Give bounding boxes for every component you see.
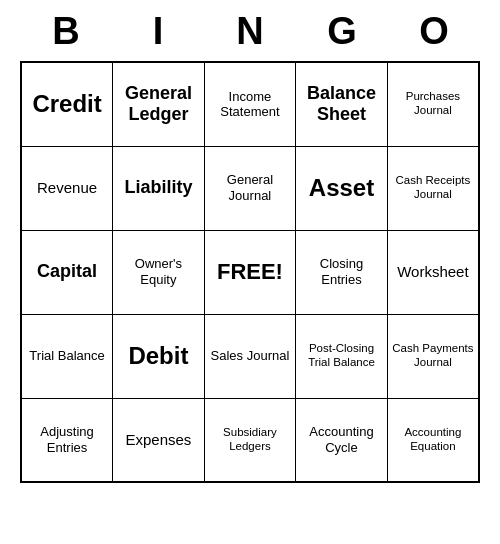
cell-r0-c2: Income Statement (204, 62, 296, 146)
cell-r0-c0: Credit (21, 62, 113, 146)
letter-g: G (302, 10, 382, 53)
cell-r4-c0: Adjusting Entries (21, 398, 113, 482)
cell-r2-c1: Owner's Equity (113, 230, 205, 314)
letter-n: N (210, 10, 290, 53)
cell-r0-c3: Balance Sheet (296, 62, 388, 146)
cell-r1-c2: General Journal (204, 146, 296, 230)
cell-r0-c4: Purchases Journal (387, 62, 479, 146)
bingo-title: B I N G O (20, 0, 480, 61)
cell-r3-c2: Sales Journal (204, 314, 296, 398)
cell-r1-c4: Cash Receipts Journal (387, 146, 479, 230)
cell-r3-c1: Debit (113, 314, 205, 398)
cell-r0-c1: General Ledger (113, 62, 205, 146)
cell-r3-c4: Cash Payments Journal (387, 314, 479, 398)
cell-r3-c0: Trial Balance (21, 314, 113, 398)
cell-r1-c3: Asset (296, 146, 388, 230)
bingo-grid: CreditGeneral LedgerIncome StatementBala… (20, 61, 480, 483)
letter-b: B (26, 10, 106, 53)
letter-i: I (118, 10, 198, 53)
cell-r3-c3: Post-Closing Trial Balance (296, 314, 388, 398)
cell-r4-c1: Expenses (113, 398, 205, 482)
cell-r4-c2: Subsidiary Ledgers (204, 398, 296, 482)
cell-r2-c4: Worksheet (387, 230, 479, 314)
letter-o: O (394, 10, 474, 53)
cell-r4-c3: Accounting Cycle (296, 398, 388, 482)
cell-r4-c4: Accounting Equation (387, 398, 479, 482)
cell-r2-c0: Capital (21, 230, 113, 314)
cell-r2-c2: FREE! (204, 230, 296, 314)
cell-r1-c1: Liability (113, 146, 205, 230)
cell-r1-c0: Revenue (21, 146, 113, 230)
cell-r2-c3: Closing Entries (296, 230, 388, 314)
